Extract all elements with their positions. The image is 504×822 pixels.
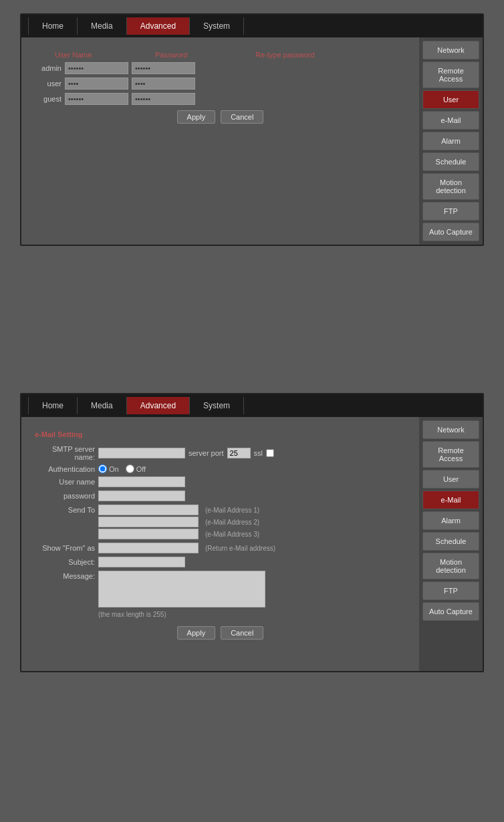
username-input[interactable]: [98, 476, 185, 487]
nav-advanced-1[interactable]: Advanced: [127, 17, 190, 35]
smtp-server-input[interactable]: [98, 448, 185, 458]
nav-home-1[interactable]: Home: [28, 17, 78, 35]
password-input[interactable]: [98, 491, 185, 501]
sidebar-email-2[interactable]: e-Mail: [422, 491, 479, 509]
user-row-user: user: [35, 78, 406, 90]
device-panel-2: Home Media Advanced System e-Mail Settin…: [20, 393, 484, 672]
sidebar-user-1[interactable]: User: [422, 90, 479, 109]
email-form: SMTP server name: server port ssl Authen…: [35, 445, 406, 618]
nav-media-1[interactable]: Media: [78, 17, 127, 35]
top-nav-2: Home Media Advanced System: [21, 394, 483, 417]
send-to-group: (e-Mail Address 1) (e-Mail Address 2) (e…: [98, 505, 259, 539]
auth-label: Authentication: [35, 465, 95, 473]
send-to-row: Send To (e-Mail Address 1) (e-Mail Addre…: [35, 505, 406, 539]
server-port-input[interactable]: [227, 448, 251, 458]
main-area-2: e-Mail Setting SMTP server name: server …: [21, 417, 483, 671]
auth-off-radio[interactable]: [126, 464, 134, 473]
subject-input[interactable]: [98, 557, 185, 567]
user-label-user: user: [35, 80, 61, 88]
user-password-input[interactable]: [65, 78, 128, 90]
email2-input[interactable]: [98, 517, 199, 527]
send-to-label: Send To: [35, 505, 95, 514]
cancel-button-1[interactable]: Cancel: [221, 110, 263, 124]
auth-off-text: Off: [136, 465, 146, 473]
email1-hint: (e-Mail Address 1): [205, 507, 259, 514]
top-nav-1: Home Media Advanced System: [21, 15, 483, 37]
content-panel-2: e-Mail Setting SMTP server name: server …: [21, 417, 419, 671]
sidebar-schedule-1[interactable]: Schedule: [422, 152, 479, 171]
message-row: Message: (the max length is 255): [35, 571, 406, 618]
auth-off-label: Off: [126, 464, 146, 473]
show-from-input[interactable]: [98, 543, 199, 553]
sidebar-ftp-1[interactable]: FTP: [422, 202, 479, 221]
email1-row: (e-Mail Address 1): [98, 505, 259, 515]
col-retype: Re-type password: [255, 51, 316, 59]
sidebar-schedule-2[interactable]: Schedule: [422, 532, 479, 551]
ssl-checkbox[interactable]: [266, 449, 274, 457]
sidebar-user-2[interactable]: User: [422, 470, 479, 489]
form-header: User Name Password Re-type password: [35, 51, 406, 59]
guest-password-input[interactable]: [65, 93, 128, 105]
content-panel-1: User Name Password Re-type password admi…: [21, 37, 419, 245]
sidebar-network-1[interactable]: Network: [422, 41, 479, 59]
sidebar-alarm-1[interactable]: Alarm: [422, 132, 479, 150]
nav-system-1[interactable]: System: [190, 17, 244, 35]
sidebar-motion-1[interactable]: Motion detection: [422, 173, 479, 200]
user-retype-input[interactable]: [132, 78, 195, 90]
message-group: (the max length is 255): [98, 571, 265, 618]
sidebar-email-1[interactable]: e-Mail: [422, 111, 479, 130]
user-row-guest: guest: [35, 93, 406, 105]
form-actions-1: Apply Cancel: [35, 110, 406, 124]
username-label: User name: [35, 478, 95, 486]
ssl-label: ssl: [254, 449, 263, 457]
sidebar-remote-access-2[interactable]: Remote Access: [422, 441, 479, 468]
right-sidebar-1: Network Remote Access User e-Mail Alarm …: [419, 37, 483, 245]
apply-button-2[interactable]: Apply: [177, 626, 216, 640]
apply-button-1[interactable]: Apply: [177, 110, 216, 124]
user-label-guest: guest: [35, 95, 61, 103]
cancel-button-2[interactable]: Cancel: [221, 626, 263, 640]
sidebar-alarm-2[interactable]: Alarm: [422, 511, 479, 530]
user-label-admin: admin: [35, 64, 61, 72]
user-row-admin: admin: [35, 62, 406, 74]
email2-row: (e-Mail Address 2): [98, 517, 259, 527]
subject-label: Subject:: [35, 558, 95, 566]
return-hint: (Return e-Mail address): [205, 545, 275, 552]
email2-hint: (e-Mail Address 2): [205, 519, 259, 526]
sidebar-network-2[interactable]: Network: [422, 420, 479, 439]
message-textarea[interactable]: [98, 571, 265, 607]
sidebar-remote-access-1[interactable]: Remote Access: [422, 61, 479, 88]
nav-system-2[interactable]: System: [190, 397, 244, 414]
smtp-row: SMTP server name: server port ssl: [35, 445, 406, 461]
username-row: User name: [35, 476, 406, 487]
admin-password-input[interactable]: [65, 62, 128, 74]
server-port-group: server port ssl: [98, 448, 274, 458]
smtp-label: SMTP server name:: [35, 445, 95, 461]
admin-retype-input[interactable]: [132, 62, 195, 74]
email3-hint: (e-Mail Address 3): [205, 531, 259, 538]
auth-row: Authentication On Off: [35, 464, 406, 473]
nav-advanced-2[interactable]: Advanced: [127, 397, 190, 414]
sidebar-ftp-2[interactable]: FTP: [422, 581, 479, 600]
nav-media-2[interactable]: Media: [78, 397, 127, 414]
sidebar-auto-capture-1[interactable]: Auto Capture: [422, 223, 479, 241]
auth-on-text: On: [109, 465, 119, 473]
right-sidebar-2: Network Remote Access User e-Mail Alarm …: [419, 417, 483, 671]
server-port-label: server port: [188, 449, 224, 457]
auth-on-label: On: [98, 464, 119, 473]
form-actions-2: Apply Cancel: [35, 626, 406, 640]
auth-on-radio[interactable]: [98, 464, 107, 473]
message-hint: (the max length is 255): [98, 611, 265, 618]
nav-home-2[interactable]: Home: [28, 397, 78, 414]
email1-input[interactable]: [98, 505, 199, 515]
sidebar-motion-2[interactable]: Motion detection: [422, 553, 479, 579]
auth-radio-group: On Off: [98, 464, 146, 473]
show-from-label: Show "From" as: [35, 544, 95, 552]
sidebar-auto-capture-2[interactable]: Auto Capture: [422, 602, 479, 621]
password-row: password: [35, 491, 406, 501]
main-area-1: User Name Password Re-type password admi…: [21, 37, 483, 245]
subject-row: Subject:: [35, 557, 406, 567]
col-password: Password: [155, 51, 215, 59]
guest-retype-input[interactable]: [132, 93, 195, 105]
email3-input[interactable]: [98, 529, 199, 539]
